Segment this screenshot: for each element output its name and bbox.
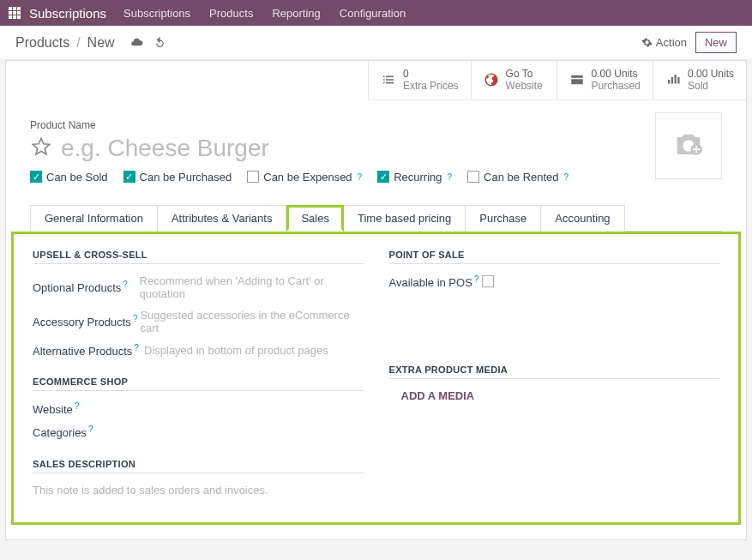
tab-general-information[interactable]: General Information [30,205,158,232]
label-optional-products: Optional Products? [33,280,140,294]
breadcrumb-products[interactable]: Products [15,35,69,51]
label-available-pos: Available in POS? [389,274,479,289]
input-optional-products[interactable]: Recommend when 'Adding to Cart' or quota… [140,274,364,300]
favorite-star-icon[interactable] [30,135,52,161]
stat-purchased[interactable]: 0.00 UnitsPurchased [556,61,653,100]
section-sales-description: SALES DESCRIPTION [33,459,364,473]
top-navbar: Subscriptions Subscriptions Products Rep… [0,0,752,26]
label-alternative-products: Alternative Products? [33,343,144,358]
checkbox-recurring[interactable]: ✓Recurring? [377,171,452,184]
section-extra-media: EXTRA PRODUCT MEDIA [389,364,720,379]
app-title: Subscriptions [29,6,106,21]
stat-extra-prices[interactable]: 0Extra Prices [368,61,471,100]
section-upsell: UPSELL & CROSS-SELL [33,250,364,264]
action-button[interactable]: Action [641,36,687,49]
checkbox-can-be-expensed[interactable]: Can be Expensed? [247,171,362,184]
menu-configuration[interactable]: Configuration [340,7,406,20]
product-image-upload[interactable] [655,112,722,179]
stat-sold[interactable]: 0.00 UnitsSold [653,61,746,100]
menu-subscriptions[interactable]: Subscriptions [123,7,190,20]
cloud-upload-icon[interactable] [130,36,143,49]
section-pos: POINT OF SALE [389,250,720,264]
label-accessory-products: Accessory Products? [33,314,140,328]
discard-icon[interactable] [153,36,166,49]
new-button[interactable]: New [695,32,737,53]
checkbox-can-be-sold[interactable]: ✓Can be Sold [30,171,108,184]
tab-accounting[interactable]: Accounting [541,205,624,232]
menu-reporting[interactable]: Reporting [272,7,320,20]
label-categories: Categories? [33,425,144,439]
tab-time-based-pricing[interactable]: Time based pricing [344,205,466,232]
form-sheet: 0Extra Prices Go ToWebsite 0.00 UnitsPur… [5,60,747,540]
input-alternative-products[interactable]: Displayed in bottom of product pages [144,344,328,357]
stat-button-row: 0Extra Prices Go ToWebsite 0.00 UnitsPur… [6,61,746,100]
credit-card-icon [569,72,585,87]
camera-plus-icon [669,129,708,163]
menu-products[interactable]: Products [209,7,253,20]
section-ecommerce: ECOMMERCE SHOP [33,376,364,391]
checkbox-can-be-rented[interactable]: Can be Rented? [467,171,569,184]
control-bar: Products / New Action New [0,26,752,60]
checkbox-can-be-purchased[interactable]: ✓Can be Purchased [123,171,232,184]
form-tabs: General Information Attributes & Variant… [30,204,722,232]
breadcrumb: Products / New [15,35,166,51]
tab-purchase[interactable]: Purchase [466,205,541,232]
input-accessory-products[interactable]: Suggested accessories in the eCommerce c… [140,309,363,334]
product-name-label: Product Name [30,119,722,131]
product-name-input[interactable] [61,135,722,162]
breadcrumb-current: New [87,35,115,51]
label-website: Website? [33,401,144,416]
stat-website[interactable]: Go ToWebsite [471,61,556,100]
input-sales-description[interactable]: This note is added to sales orders and i… [33,484,364,497]
globe-icon [484,72,499,87]
action-label: Action [656,36,687,49]
breadcrumb-separator: / [76,35,80,51]
checkbox-available-pos[interactable] [482,275,494,287]
tab-attributes-variants[interactable]: Attributes & Variants [158,205,287,232]
add-media-button[interactable]: ADD A MEDIA [401,389,720,402]
gear-icon [641,37,653,48]
bar-chart-icon [665,72,681,87]
tab-sales[interactable]: Sales [286,205,344,232]
top-menu: Subscriptions Products Reporting Configu… [123,7,406,20]
apps-grid-icon[interactable] [9,7,21,19]
list-icon [381,72,396,87]
sales-tab-content: UPSELL & CROSS-SELL Optional Products? R… [11,232,741,525]
